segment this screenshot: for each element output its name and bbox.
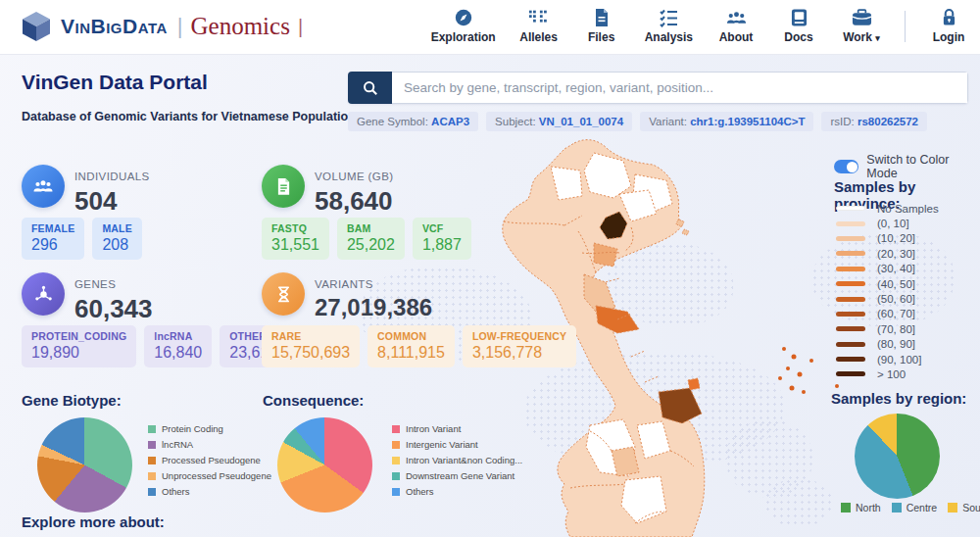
file-icon	[594, 8, 610, 27]
individuals-value: 504	[74, 186, 117, 217]
badge-bam: BAM25,202	[337, 218, 405, 260]
tag-subject[interactable]: Subject: VN_01_01_0074	[486, 112, 632, 131]
volume-label: VOLUME (GB)	[315, 171, 393, 182]
genes-value: 60,343	[74, 294, 153, 324]
volume-icon	[262, 165, 305, 208]
province-legend: No Samples (0, 10] (10, 20] (20, 30] (30…	[836, 201, 939, 382]
badge-vcf: VCF1,887	[413, 218, 471, 260]
nav-item-analysis[interactable]: Analysis	[645, 8, 693, 44]
gene-biotype-pie	[37, 417, 132, 513]
search-bar	[348, 72, 968, 104]
nav-item-files[interactable]: Files	[582, 8, 621, 44]
lock-icon	[942, 8, 956, 27]
search-icon	[363, 80, 378, 96]
people-icon	[726, 8, 747, 27]
samples-by-region-title: Samples by region:	[831, 390, 966, 407]
province-dark-brown	[659, 388, 702, 423]
briefcase-icon	[852, 8, 872, 27]
genes-badges: PROTEIN_CODING19,890 lncRNA16,840 OTHERS…	[22, 325, 287, 367]
genes-label: GENES	[74, 278, 116, 290]
badge-protein-coding: PROTEIN_CODING19,890	[22, 325, 136, 367]
brand-logo[interactable]: VinBigData | Genomics |	[20, 10, 303, 43]
tag-variant[interactable]: Variant: chr1:g.193951104C>T	[640, 112, 813, 131]
nav-item-docs[interactable]: Docs	[779, 8, 818, 44]
brand-separator: |	[177, 14, 183, 39]
nav-item-login[interactable]: Login	[929, 8, 968, 44]
nav-item-work[interactable]: Work ▾	[842, 8, 881, 44]
variants-value: 27,019,386	[315, 294, 432, 321]
badge-male: MALE208	[92, 218, 142, 260]
individuals-badges: FEMALE296 MALE208	[22, 218, 142, 260]
dots-grid-icon	[528, 8, 550, 27]
tag-gene-symbol[interactable]: Gene Symbol: ACAP3	[348, 112, 478, 131]
page-title: VinGen Data Portal	[22, 71, 208, 94]
top-navbar: VinBigData | Genomics | Exploration Alle…	[0, 0, 980, 55]
variants-label: VARIANTS	[315, 278, 373, 290]
individuals-label: INDIVIDUALS	[74, 171, 150, 182]
search-button[interactable]	[348, 72, 392, 104]
badge-rare: RARE15,750,693	[262, 325, 360, 367]
badge-female: FEMALE296	[22, 218, 84, 260]
page-subtitle: Database of Genomic Variants for Vietnam…	[22, 110, 356, 123]
nav-item-exploration[interactable]: Exploration	[431, 8, 496, 44]
brand-product: Genomics	[191, 13, 290, 40]
chevron-down-icon: ▾	[875, 33, 880, 43]
gene-biotype-legend: Protein Coding lncRNA Processed Pseudoge…	[148, 423, 271, 502]
consequence-title: Consequence:	[263, 392, 364, 409]
badge-low-frequency: LOW-FREQUENCY3,156,778	[463, 325, 576, 367]
compass-icon	[454, 8, 473, 27]
brand-company: VinBigData	[61, 15, 168, 38]
variants-badges: RARE15,750,693 COMMON8,111,915 LOW-FREQU…	[262, 325, 576, 367]
individuals-icon	[22, 165, 65, 208]
genes-icon	[22, 272, 65, 316]
checklist-icon	[659, 8, 678, 27]
islands	[778, 347, 839, 394]
samples-by-region-pie	[855, 414, 940, 499]
vinbigdata-cube-icon	[20, 10, 53, 43]
region-legend: North Centre South	[841, 502, 980, 513]
badge-lncrna: lncRNA16,840	[144, 325, 212, 367]
vingen-data-portal-page: { "brand": { "company": "VinBigData", "p…	[0, 0, 980, 537]
nav-menu: Exploration Alleles Files Analysis	[431, 8, 968, 44]
badge-fastq: FASTQ31,551	[262, 218, 329, 260]
badge-common: COMMON8,111,915	[368, 325, 455, 367]
gene-biotype-title: Gene Biotype:	[22, 392, 122, 409]
book-icon	[791, 8, 808, 27]
brand-separator: |	[298, 16, 303, 38]
toggle-label: Switch to Color Mode	[866, 153, 980, 180]
variants-icon	[262, 272, 305, 316]
nav-divider	[905, 11, 906, 42]
quick-search-tags: Gene Symbol: ACAP3 Subject: VN_01_01_007…	[348, 112, 927, 131]
nav-item-alleles[interactable]: Alleles	[519, 8, 559, 44]
volume-value: 58,640	[315, 186, 393, 217]
nav-item-about[interactable]: About	[716, 8, 756, 44]
explore-more-title: Explore more about:	[22, 513, 165, 530]
search-input[interactable]	[392, 72, 968, 104]
volume-badges: FASTQ31,551 BAM25,202 VCF1,887	[262, 218, 471, 260]
toggle-switch-icon[interactable]	[834, 160, 858, 173]
tag-rsid[interactable]: rsID: rs80262572	[821, 112, 927, 131]
consequence-legend: Intron Variant Intergenic Variant Intron…	[392, 423, 522, 502]
consequence-pie	[277, 417, 372, 513]
color-mode-toggle[interactable]: Switch to Color Mode	[834, 153, 980, 180]
